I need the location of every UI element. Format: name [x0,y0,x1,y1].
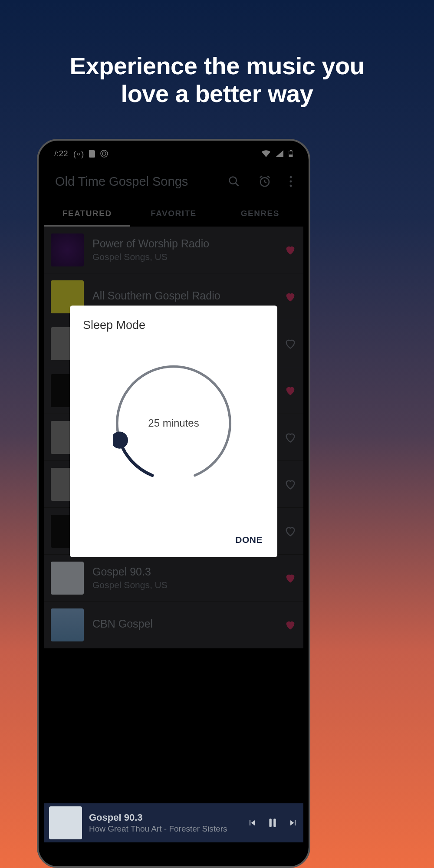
timer-dial[interactable]: 25 minutes [83,332,264,514]
sleep-mode-dialog: Sleep Mode 25 minutes DONE [70,306,277,557]
now-playing-artwork [49,806,82,839]
svg-point-15 [113,432,128,449]
done-button[interactable]: DONE [235,535,263,545]
now-playing-subtitle: How Great Thou Art - Forester Sisters [89,824,247,834]
phone-mockup: /:22 (∘) [37,139,310,868]
svg-rect-17 [273,819,276,827]
android-nav-bar [44,842,303,866]
svg-rect-16 [269,819,271,827]
timer-value-label: 25 minutes [148,417,199,429]
promo-title: Experience the music youlove a better wa… [0,52,434,108]
skip-previous-icon[interactable] [247,818,257,828]
skip-next-icon[interactable] [288,818,298,828]
now-playing-bar[interactable]: Gospel 90.3 How Great Thou Art - Foreste… [44,803,303,842]
pause-icon[interactable] [267,816,278,829]
now-playing-title: Gospel 90.3 [89,812,247,823]
dialog-title: Sleep Mode [83,319,264,332]
